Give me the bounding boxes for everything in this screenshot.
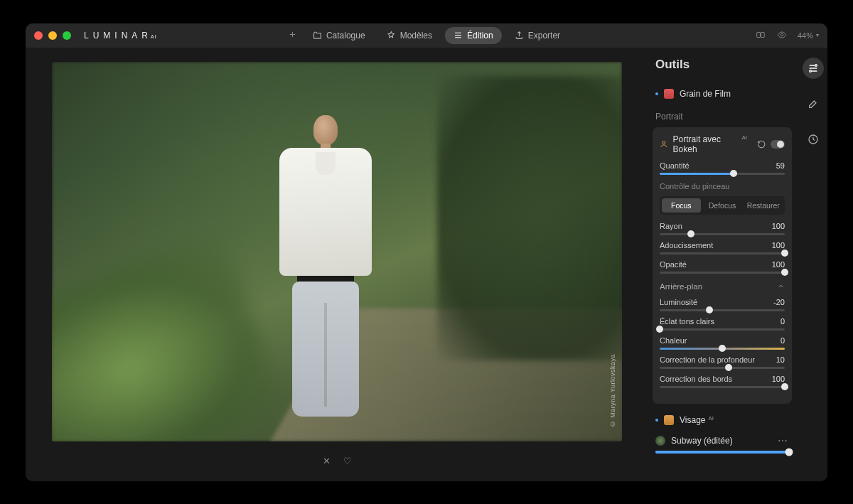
slider-opacity[interactable]: Opacité100 bbox=[660, 260, 785, 274]
slider-value: 0 bbox=[780, 317, 785, 326]
slider-value: 100 bbox=[772, 375, 785, 383]
slider-value: 10 bbox=[776, 355, 785, 364]
brand-suffix: AI bbox=[151, 34, 157, 39]
tools-panel: Outils Grain de Film Portrait Portrait a… bbox=[648, 48, 799, 481]
slider-value: 100 bbox=[772, 241, 785, 250]
slider-value: -20 bbox=[773, 298, 785, 306]
slider-label: Correction de la profondeur bbox=[660, 355, 755, 364]
preset-intensity-slider[interactable] bbox=[655, 451, 789, 454]
background-section-toggle[interactable]: Arrière-plan bbox=[660, 279, 785, 298]
slider-label: Éclat tons clairs bbox=[660, 317, 714, 326]
nav-templates[interactable]: Modèles bbox=[378, 27, 441, 44]
svg-rect-0 bbox=[757, 32, 761, 37]
nav-templates-label: Modèles bbox=[400, 31, 432, 41]
slider-value: 100 bbox=[772, 260, 785, 269]
slider-soften[interactable]: Adoucissement100 bbox=[660, 241, 785, 254]
nav-edit-label: Édition bbox=[467, 31, 493, 41]
tool-face[interactable]: Visage AI bbox=[653, 411, 792, 429]
slider-depth-correction[interactable]: Correction de la profondeur10 bbox=[660, 355, 785, 369]
edit-tools-icon[interactable] bbox=[803, 58, 824, 79]
tool-category-strip bbox=[799, 48, 827, 481]
bokeh-card-header[interactable]: Portrait avec Bokeh AI bbox=[660, 134, 785, 154]
bokeh-card: Portrait avec Bokeh AI Quantité 59 Co bbox=[653, 127, 792, 404]
brand-name: LUMINAR bbox=[84, 31, 152, 41]
top-nav: Catalogue Modèles Édition Exporter bbox=[284, 27, 569, 44]
tools-title: Outils bbox=[653, 58, 792, 72]
nav-catalogue[interactable]: Catalogue bbox=[304, 27, 374, 44]
chevron-up-icon bbox=[777, 282, 785, 290]
face-icon bbox=[664, 415, 674, 425]
svg-point-2 bbox=[780, 33, 783, 36]
slider-label: Chaleur bbox=[660, 336, 687, 345]
preset-more-icon[interactable]: ⋯ bbox=[778, 435, 789, 446]
reset-icon[interactable] bbox=[757, 139, 766, 149]
nav-catalogue-label: Catalogue bbox=[326, 31, 365, 41]
slider-label: Luminosité bbox=[660, 298, 697, 306]
favorite-icon[interactable]: ♡ bbox=[343, 456, 352, 466]
photo-preview[interactable]: © Maryna Yurlovskaya bbox=[52, 62, 622, 441]
slider-brightness[interactable]: Luminosité-20 bbox=[660, 298, 785, 311]
ai-badge: AI bbox=[741, 134, 747, 141]
seg-restore[interactable]: Restaurer bbox=[744, 198, 783, 213]
titlebar: LUMINAR AI Catalogue Modèles Édition Exp… bbox=[26, 23, 827, 48]
close-window[interactable] bbox=[34, 31, 43, 40]
history-icon[interactable] bbox=[803, 129, 824, 150]
nav-export[interactable]: Exporter bbox=[506, 27, 569, 44]
minimize-window[interactable] bbox=[48, 31, 57, 40]
zoom-control[interactable]: 44% ▾ bbox=[798, 31, 819, 40]
portrait-section-label: Portrait bbox=[653, 103, 792, 127]
slider-highlights[interactable]: Éclat tons clairs0 bbox=[660, 317, 785, 331]
reject-icon[interactable]: ✕ bbox=[323, 456, 331, 466]
ai-badge: AI bbox=[708, 415, 714, 422]
slider-label: Adoucissement bbox=[660, 241, 713, 250]
portrait-bokeh-icon bbox=[660, 139, 668, 149]
chevron-down-icon: ▾ bbox=[816, 32, 819, 38]
background-title: Arrière-plan bbox=[660, 282, 702, 291]
zoom-value: 44% bbox=[798, 31, 813, 40]
slider-edge-correction[interactable]: Correction des bords100 bbox=[660, 375, 785, 388]
slider-warmth[interactable]: Chaleur0 bbox=[660, 336, 785, 350]
brush-tools-icon[interactable] bbox=[803, 93, 824, 114]
slider-label: Rayon bbox=[660, 222, 682, 230]
maximize-window[interactable] bbox=[63, 31, 71, 40]
seg-focus[interactable]: Focus bbox=[662, 198, 701, 213]
preset-row[interactable]: Subway (éditée) ⋯ bbox=[653, 429, 792, 451]
right-sidebar: Outils Grain de Film Portrait Portrait a… bbox=[648, 48, 827, 481]
film-grain-icon bbox=[664, 89, 674, 99]
tool-label: Grain de Film bbox=[680, 89, 731, 99]
slider-value: 0 bbox=[780, 336, 785, 345]
top-right-controls: 44% ▾ bbox=[755, 30, 819, 41]
app-window: LUMINAR AI Catalogue Modèles Édition Exp… bbox=[26, 23, 827, 481]
preset-thumbnail bbox=[655, 436, 665, 446]
preview-eye-icon[interactable] bbox=[776, 30, 788, 41]
slider-radius[interactable]: Rayon100 bbox=[660, 222, 785, 235]
svg-point-3 bbox=[662, 141, 665, 144]
slider-quantity[interactable]: Quantité 59 bbox=[660, 161, 785, 175]
canvas-actions: ✕ ♡ bbox=[323, 456, 352, 466]
photo-credit: © Maryna Yurlovskaya bbox=[609, 354, 616, 427]
tool-label: Visage bbox=[680, 415, 705, 425]
seg-defocus[interactable]: Defocus bbox=[703, 198, 742, 213]
slider-label: Correction des bords bbox=[660, 375, 732, 383]
svg-rect-1 bbox=[761, 32, 765, 37]
tool-film-grain[interactable]: Grain de Film bbox=[653, 85, 792, 103]
brush-control-label: Contrôle du pinceau bbox=[660, 182, 785, 191]
bokeh-title: Portrait avec Bokeh bbox=[673, 134, 739, 154]
canvas-area: © Maryna Yurlovskaya ✕ ♡ bbox=[26, 48, 648, 481]
brand-logo: LUMINAR AI bbox=[84, 31, 157, 41]
slider-label: Opacité bbox=[660, 260, 687, 269]
window-controls bbox=[34, 31, 71, 40]
nav-export-label: Exporter bbox=[528, 31, 560, 41]
nav-edit[interactable]: Édition bbox=[445, 27, 502, 44]
main-body: © Maryna Yurlovskaya ✕ ♡ Outils Grain de… bbox=[26, 48, 827, 481]
svg-point-5 bbox=[810, 70, 812, 72]
active-indicator bbox=[655, 92, 658, 95]
svg-point-4 bbox=[815, 64, 817, 66]
add-button[interactable] bbox=[284, 30, 300, 41]
slider-label: Quantité bbox=[660, 161, 690, 170]
active-indicator bbox=[655, 419, 658, 422]
bokeh-toggle[interactable] bbox=[771, 140, 785, 149]
brush-mode-segmented: Focus Defocus Restaurer bbox=[660, 196, 785, 215]
slider-value: 59 bbox=[776, 161, 785, 170]
compare-icon[interactable] bbox=[755, 30, 766, 41]
